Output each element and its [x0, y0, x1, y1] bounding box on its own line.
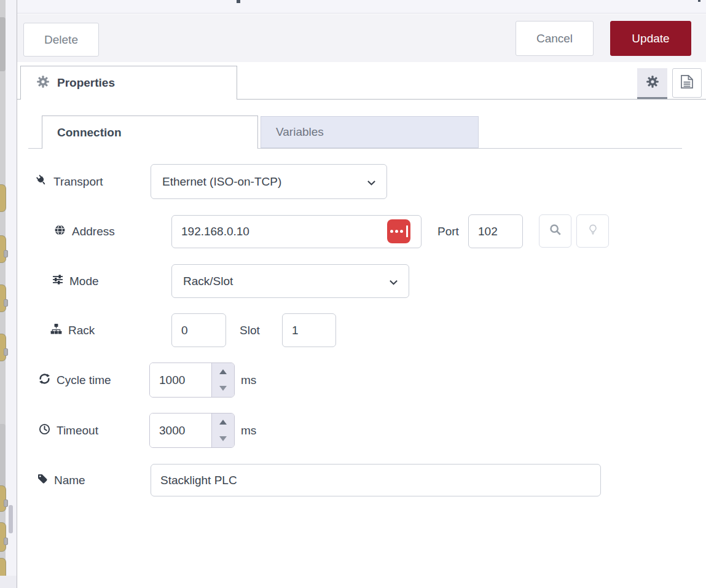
cycle-time-spinner — [149, 363, 235, 398]
tray-left-border — [17, 0, 17, 588]
hint-button[interactable] — [576, 214, 609, 248]
address-field-wrap — [171, 215, 422, 248]
mode-label: Mode — [52, 264, 99, 298]
palette-category-block — [0, 17, 6, 71]
spinner-buttons — [211, 414, 234, 447]
description-view-button[interactable] — [672, 68, 702, 98]
tab-connection[interactable]: Connection — [42, 116, 258, 149]
plug-icon — [36, 174, 47, 189]
spinner-down-button[interactable] — [212, 380, 234, 398]
cycle-time-label: Cycle time — [39, 363, 111, 398]
search-icon — [549, 224, 562, 238]
timeout-unit: ms — [241, 413, 256, 448]
palette-node-port — [4, 299, 8, 307]
refresh-icon — [39, 373, 50, 388]
spinner-down-button[interactable] — [212, 431, 234, 448]
mode-select[interactable]: Rack/Slot — [171, 264, 409, 298]
transport-select-value: Ethernet (ISO-on-TCP) — [162, 175, 281, 189]
palette-node-fragment — [0, 522, 6, 552]
spinner-buttons — [211, 363, 234, 397]
tab-connection-label: Connection — [57, 126, 122, 139]
update-button[interactable]: Update — [610, 21, 691, 56]
palette-node-fragment — [0, 485, 6, 512]
chevron-down-icon — [389, 275, 398, 288]
palette-node-port — [4, 538, 8, 545]
mode-select-value: Rack/Slot — [183, 275, 233, 288]
sitemap-icon — [50, 323, 62, 338]
slot-label: Slot — [240, 313, 260, 347]
password-autofill-icon[interactable] — [387, 219, 410, 243]
timeout-spinner — [149, 413, 235, 448]
palette-node-fragment — [0, 184, 6, 212]
scrollbar-thumb[interactable] — [9, 505, 13, 533]
timeout-input[interactable] — [150, 414, 211, 447]
clipped-title-fragment — [698, 0, 700, 2]
name-label: Name — [37, 464, 85, 496]
tray-header — [17, 0, 706, 14]
lightbulb-icon — [587, 224, 598, 238]
port-input[interactable] — [468, 214, 523, 248]
cancel-button[interactable]: Cancel — [516, 21, 594, 56]
doc-icon — [680, 74, 694, 92]
palette-node-port — [4, 500, 8, 507]
palette-node-port — [4, 348, 8, 356]
transport-label: Transport — [36, 164, 103, 199]
palette-category-block — [0, 424, 6, 488]
cycle-time-unit: ms — [241, 363, 256, 398]
rack-field-wrap — [171, 313, 226, 347]
gear-icon — [646, 76, 659, 90]
palette-node-fragment — [0, 284, 6, 312]
tray-toolbar — [17, 14, 706, 62]
globe-icon — [54, 224, 66, 239]
tag-icon — [37, 473, 48, 487]
name-input[interactable] — [151, 464, 601, 496]
chevron-down-icon — [367, 175, 376, 189]
address-input[interactable] — [171, 215, 422, 248]
delete-button[interactable]: Delete — [23, 23, 99, 57]
rack-input[interactable] — [171, 313, 226, 347]
port-label: Port — [437, 214, 459, 248]
tab-properties-label: Properties — [57, 76, 115, 90]
rack-label: Rack — [50, 313, 95, 347]
slot-field-wrap — [282, 313, 336, 347]
timeout-label: Timeout — [39, 413, 98, 448]
palette-footer — [0, 576, 17, 588]
properties-view-button[interactable] — [637, 68, 667, 99]
tab-variables[interactable]: Variables — [261, 116, 479, 148]
slot-input[interactable] — [282, 313, 336, 347]
tab-variables-label: Variables — [276, 125, 324, 139]
port-field-wrap — [468, 214, 523, 248]
sliders-icon — [52, 274, 63, 288]
clipped-title-fragment — [237, 0, 240, 3]
transport-select[interactable]: Ethernet (ISO-on-TCP) — [151, 164, 387, 199]
clock-icon — [39, 423, 50, 438]
tab-properties[interactable]: Properties — [20, 66, 237, 100]
scan-button[interactable] — [539, 214, 571, 248]
palette-node-port — [4, 250, 8, 257]
palette-node-fragment — [0, 235, 6, 263]
palette-node-fragment — [0, 334, 6, 361]
cycle-time-input[interactable] — [150, 363, 211, 397]
spinner-up-button[interactable] — [212, 363, 234, 380]
spinner-up-button[interactable] — [212, 414, 234, 431]
gear-icon — [37, 76, 49, 91]
address-label: Address — [54, 215, 115, 248]
name-field-wrap — [151, 464, 601, 496]
